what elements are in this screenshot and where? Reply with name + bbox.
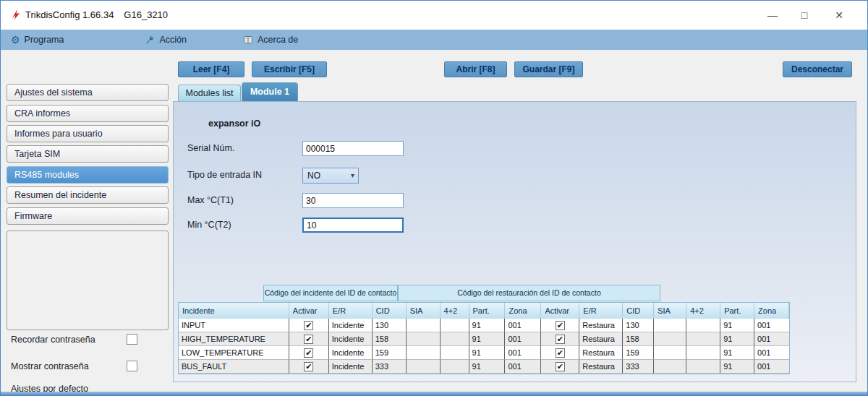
- min-temp-input[interactable]: [302, 218, 404, 233]
- sia-value[interactable]: [407, 360, 441, 374]
- sidebar-item-tarjeta-sim[interactable]: Tarjeta SIM: [7, 145, 169, 163]
- disconnect-button[interactable]: Desconectar: [783, 61, 852, 77]
- part-value[interactable]: 91: [469, 319, 506, 332]
- table-row: LOW_TEMPERATURE ✔ Incidente 159 91 001 ✔…: [179, 346, 789, 360]
- group-header-incident: Código del incidente del ID de contacto: [263, 285, 398, 301]
- cid-value[interactable]: 333: [373, 360, 407, 374]
- cid-value[interactable]: 130: [623, 319, 654, 332]
- part-value[interactable]: 91: [720, 346, 754, 360]
- checked-checkbox-icon[interactable]: ✔: [304, 335, 313, 344]
- col-header-sia-2: SIA: [654, 303, 686, 319]
- remember-password-row: Recordar contraseña: [11, 335, 169, 346]
- sidebar-item-cra-informes[interactable]: CRA informes: [7, 105, 169, 122]
- sia-value[interactable]: [407, 346, 441, 360]
- er-value[interactable]: Restaura: [579, 360, 623, 374]
- cid-value[interactable]: 130: [373, 319, 407, 332]
- max-temp-label: Max °C(T1): [187, 195, 234, 205]
- max-temp-input[interactable]: [302, 193, 404, 208]
- write-button[interactable]: Escribir [F5]: [252, 61, 327, 77]
- cid-value[interactable]: 158: [623, 332, 654, 346]
- cid-value[interactable]: 333: [623, 360, 654, 374]
- part-value[interactable]: 91: [720, 319, 754, 332]
- show-password-checkbox[interactable]: [127, 361, 137, 371]
- zona-value[interactable]: 001: [754, 332, 789, 346]
- save-button[interactable]: Guardar [F9]: [514, 61, 583, 77]
- zona-value[interactable]: 001: [754, 346, 789, 360]
- sia-value[interactable]: [654, 346, 686, 360]
- cid-value[interactable]: 159: [623, 346, 654, 360]
- checked-checkbox-icon[interactable]: ✔: [304, 362, 313, 371]
- zona-value[interactable]: 001: [505, 346, 541, 360]
- sidebar-item-rs485-modules[interactable]: RS485 modules: [7, 166, 169, 184]
- part-value[interactable]: 91: [720, 360, 754, 374]
- er-value[interactable]: Incidente: [329, 319, 373, 332]
- menu-acerca-de[interactable]: Acerca de: [236, 30, 305, 50]
- sidebar-item-ajustes-del-sistema[interactable]: Ajustes del sistema: [7, 84, 169, 101]
- incident-name: LOW_TEMPERATURE: [179, 346, 289, 360]
- sia-value[interactable]: [407, 319, 441, 332]
- open-button[interactable]: Abrir [F8]: [444, 61, 507, 77]
- close-button[interactable]: ✕: [825, 5, 853, 25]
- sidebar-item-resumen-del-incidente[interactable]: Resumen del incidente: [7, 186, 169, 204]
- er-value[interactable]: Restaura: [579, 346, 623, 360]
- part-value[interactable]: 91: [469, 346, 506, 360]
- remember-password-checkbox[interactable]: [127, 334, 137, 345]
- checked-checkbox-icon[interactable]: ✔: [556, 348, 565, 358]
- part-value[interactable]: 91: [469, 332, 506, 346]
- incident-table: Código del incidente del ID de contacto …: [178, 285, 790, 374]
- er-value[interactable]: Incidente: [329, 360, 373, 374]
- col-header-er-1: E/R: [329, 303, 373, 319]
- 4plus2-value[interactable]: [441, 319, 469, 332]
- minimize-button[interactable]: —: [759, 5, 786, 25]
- sidebar-empty-panel: [7, 231, 169, 330]
- checked-checkbox-icon[interactable]: ✔: [556, 321, 565, 330]
- incident-name: BUS_FAULT: [179, 360, 289, 374]
- read-button[interactable]: Leer [F4]: [178, 61, 244, 77]
- part-value[interactable]: 91: [720, 332, 754, 346]
- er-value[interactable]: Incidente: [329, 332, 373, 346]
- checked-checkbox-icon[interactable]: ✔: [304, 321, 313, 330]
- zona-value[interactable]: 001: [754, 319, 789, 332]
- er-value[interactable]: Incidente: [329, 346, 373, 360]
- chevron-down-icon: ▾: [351, 168, 354, 183]
- 4plus2-value[interactable]: [441, 346, 469, 360]
- 4plus2-value[interactable]: [686, 346, 720, 360]
- sia-value[interactable]: [654, 360, 686, 374]
- tab-modules-list[interactable]: Modules list: [178, 85, 241, 101]
- table-group-header-row: Código del incidente del ID de contacto …: [178, 285, 789, 302]
- 4plus2-value[interactable]: [686, 360, 720, 374]
- col-header-part-2: Part.: [720, 303, 754, 319]
- er-value[interactable]: Restaura: [579, 319, 623, 332]
- col-header-cid-1: CID: [373, 303, 407, 319]
- cid-value[interactable]: 158: [373, 332, 407, 346]
- cid-value[interactable]: 159: [373, 346, 407, 360]
- sidebar-item-firmware[interactable]: Firmware: [7, 207, 169, 225]
- menu-accion[interactable]: Acción: [137, 30, 194, 50]
- sia-value[interactable]: [407, 332, 441, 346]
- checked-checkbox-icon[interactable]: ✔: [556, 335, 565, 344]
- checked-checkbox-icon[interactable]: ✔: [304, 348, 313, 358]
- part-value[interactable]: 91: [469, 360, 506, 374]
- zona-value[interactable]: 001: [505, 319, 541, 332]
- 4plus2-value[interactable]: [686, 332, 720, 346]
- sidebar-item-informes-para-usuario[interactable]: Informes para usuario: [7, 125, 169, 142]
- serial-num-input[interactable]: [302, 141, 404, 156]
- checked-checkbox-icon[interactable]: ✔: [556, 362, 565, 371]
- input-type-value: NO: [307, 171, 320, 181]
- tab-module-1[interactable]: Module 1: [242, 82, 298, 101]
- trikdis-logo-icon: [10, 9, 22, 20]
- sia-value[interactable]: [654, 319, 686, 332]
- er-value[interactable]: Restaura: [579, 332, 623, 346]
- 4plus2-value[interactable]: [686, 319, 720, 332]
- book-icon: [243, 35, 253, 45]
- zona-value[interactable]: 001: [505, 332, 541, 346]
- maximize-button[interactable]: □: [791, 5, 818, 25]
- input-type-select[interactable]: NO ▾: [302, 168, 359, 184]
- menu-programa[interactable]: ⚙ Programa: [4, 30, 71, 50]
- zona-value[interactable]: 001: [754, 360, 789, 374]
- zona-value[interactable]: 001: [505, 360, 541, 374]
- 4plus2-value[interactable]: [441, 360, 469, 374]
- sia-value[interactable]: [654, 332, 686, 346]
- 4plus2-value[interactable]: [441, 332, 469, 346]
- col-header-zona-1: Zona: [505, 303, 541, 319]
